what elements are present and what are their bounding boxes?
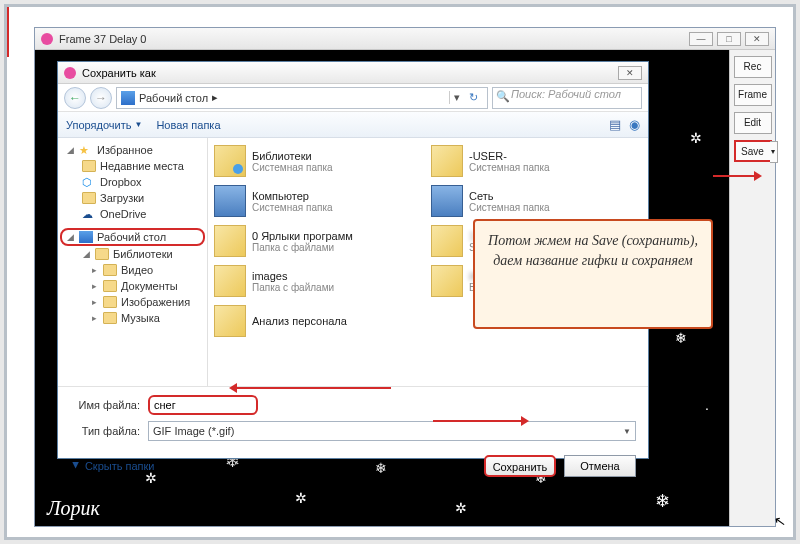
file-item[interactable]: Анализ персонала — [214, 302, 425, 340]
tree-desktop[interactable]: ◢Рабочий стол — [60, 228, 205, 246]
edit-button[interactable]: Edit — [734, 112, 772, 134]
view-icon[interactable]: ▤ — [609, 117, 621, 132]
annotation-arrow — [7, 7, 9, 57]
annotation-callout: Потом жмем на Save (сохранить), даем наз… — [473, 219, 713, 329]
app-icon — [41, 33, 53, 45]
dialog-title: Сохранить как — [82, 67, 156, 79]
tree-libraries[interactable]: ◢Библиотеки — [60, 246, 205, 262]
folder-icon — [214, 145, 246, 177]
folder-icon — [431, 145, 463, 177]
file-name: Сеть — [469, 190, 550, 202]
app-titlebar: Frame 37 Delay 0 — □ ✕ — [35, 28, 775, 50]
breadcrumb-dropdown-icon[interactable]: ▾ — [449, 91, 463, 104]
window-controls: — □ ✕ — [689, 32, 769, 46]
file-type: Системная папка — [252, 202, 333, 213]
tree-documents[interactable]: ▸Документы — [60, 278, 205, 294]
forward-button[interactable]: → — [90, 87, 112, 109]
dialog-footer: ▲Скрыть папки Сохранить Отмена — [58, 451, 648, 485]
cursor-icon: ↖ — [773, 512, 788, 530]
side-panel: Rec Frame Edit Save▾ — [729, 50, 775, 526]
organize-menu[interactable]: Упорядочить▼ — [66, 119, 142, 131]
file-type: Системная папка — [469, 162, 550, 173]
annotation-arrow — [433, 420, 523, 422]
refresh-icon[interactable]: ↻ — [463, 91, 483, 104]
dialog-cancel-button[interactable]: Отмена — [564, 455, 636, 477]
file-name: Компьютер — [252, 190, 333, 202]
file-type: Системная папка — [252, 162, 333, 173]
minimize-button[interactable]: — — [689, 32, 713, 46]
file-item[interactable]: images Папка с файлами — [214, 262, 425, 300]
file-type: Папка с файлами — [252, 282, 334, 293]
file-name: 0 Ярлыки программ — [252, 230, 353, 242]
file-name: Библиотеки — [252, 150, 333, 162]
filetype-combo[interactable]: GIF Image (*.gif)▼ — [148, 421, 636, 441]
watermark: Лорик — [47, 497, 100, 520]
outer-frame: Frame 37 Delay 0 — □ ✕ ❄ ✲ ❄ ✲ ❄ ✲ ❄ ✲ ❄… — [4, 4, 796, 540]
folder-icon — [431, 185, 463, 217]
rec-button[interactable]: Rec — [734, 56, 772, 78]
tree-dropbox[interactable]: ⬡Dropbox — [60, 174, 205, 190]
maximize-button[interactable]: □ — [717, 32, 741, 46]
file-item[interactable]: Сеть Системная папка — [431, 182, 642, 220]
nav-row: ← → Рабочий стол ▸ ▾ ↻ Поиск: Рабочий ст… — [58, 84, 648, 112]
file-name: -USER- — [469, 150, 550, 162]
toolbar: Упорядочить▼ Новая папка ▤ ◉ — [58, 112, 648, 138]
save-dropdown-icon[interactable]: ▾ — [770, 141, 778, 163]
annotation-arrow — [713, 175, 756, 177]
desktop-icon — [121, 91, 135, 105]
app-title: Frame 37 Delay 0 — [59, 33, 146, 45]
dialog-close-button[interactable]: ✕ — [618, 66, 642, 80]
tree-downloads[interactable]: Загрузки — [60, 190, 205, 206]
file-item[interactable]: 0 Ярлыки программ Папка с файлами — [214, 222, 425, 260]
filename-label: Имя файла: — [70, 399, 140, 411]
search-input[interactable]: Поиск: Рабочий стол — [492, 87, 642, 109]
tree-pictures[interactable]: ▸Изображения — [60, 294, 205, 310]
annotation-arrow — [235, 387, 391, 389]
breadcrumb[interactable]: Рабочий стол ▸ ▾ ↻ — [116, 87, 488, 109]
file-item[interactable]: Компьютер Системная папка — [214, 182, 425, 220]
filename-input[interactable] — [148, 395, 258, 415]
form-area: Имя файла: Тип файла: GIF Image (*.gif)▼ — [58, 386, 648, 451]
close-button[interactable]: ✕ — [745, 32, 769, 46]
file-name: Анализ персонала — [252, 315, 347, 327]
tree-video[interactable]: ▸Видео — [60, 262, 205, 278]
file-item[interactable]: Библиотеки Системная папка — [214, 142, 425, 180]
hide-folders-link[interactable]: ▲Скрыть папки — [70, 460, 154, 472]
folder-icon — [214, 225, 246, 257]
back-button[interactable]: ← — [64, 87, 86, 109]
folder-icon — [431, 225, 463, 257]
dialog-icon — [64, 67, 76, 79]
tree-music[interactable]: ▸Музыка — [60, 310, 205, 326]
frame-button[interactable]: Frame — [734, 84, 772, 106]
file-type: Системная папка — [469, 202, 550, 213]
tree-favorites[interactable]: ◢★Избранное — [60, 142, 205, 158]
folder-icon — [431, 265, 463, 297]
tree-recent[interactable]: Недавние места — [60, 158, 205, 174]
folder-icon — [214, 265, 246, 297]
help-icon[interactable]: ◉ — [629, 117, 640, 132]
new-folder-button[interactable]: Новая папка — [156, 119, 220, 131]
dialog-titlebar: Сохранить как ✕ — [58, 62, 648, 84]
tree-onedrive[interactable]: ☁OneDrive — [60, 206, 205, 222]
folder-icon — [214, 185, 246, 217]
nav-tree: ◢★Избранное Недавние места ⬡Dropbox Загр… — [58, 138, 208, 386]
save-button[interactable]: Save▾ — [734, 140, 772, 162]
file-name: images — [252, 270, 334, 282]
filetype-label: Тип файла: — [70, 425, 140, 437]
dialog-save-button[interactable]: Сохранить — [484, 455, 556, 477]
file-item[interactable]: -USER- Системная папка — [431, 142, 642, 180]
folder-icon — [214, 305, 246, 337]
file-type: Папка с файлами — [252, 242, 353, 253]
